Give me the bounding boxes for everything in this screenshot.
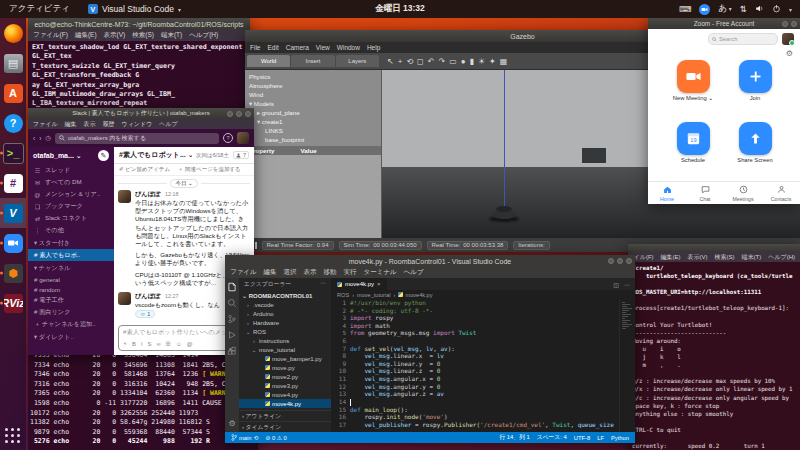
avatar[interactable] xyxy=(118,292,131,305)
grid-icon[interactable]: ▦ xyxy=(500,57,508,66)
gazebo-tree-item[interactable]: base_footprint xyxy=(249,135,377,144)
menu-item[interactable]: 表示(V) xyxy=(688,253,708,262)
back-icon[interactable]: ‹ xyxy=(33,135,35,142)
explorer-icon[interactable] xyxy=(227,282,237,292)
rviz-icon[interactable]: RViz xyxy=(0,288,26,318)
firefox-icon[interactable] xyxy=(0,18,26,48)
menu-item[interactable]: 編集 xyxy=(65,120,77,129)
avatar[interactable] xyxy=(118,190,131,203)
extensions-icon[interactable] xyxy=(227,346,237,356)
gazebo-tree-item[interactable]: ▾ Models xyxy=(249,99,377,108)
gazebo-tree-item[interactable]: Physics xyxy=(249,72,377,81)
zoom-search-input[interactable]: Search xyxy=(708,33,778,45)
file-tree-item[interactable]: ⌄move_tutorial xyxy=(239,345,331,354)
composer-format-icon[interactable]: I xyxy=(141,341,143,347)
channel-item[interactable]: # 面白リンク xyxy=(28,306,114,318)
share-screen-button[interactable] xyxy=(739,122,772,155)
menu-item[interactable]: 編集(E) xyxy=(75,31,97,40)
menu-item[interactable]: ヘルプ xyxy=(404,268,424,277)
file-tree-item[interactable]: ›Hardware xyxy=(239,318,331,327)
sidebar-item[interactable]: ☰スレッド xyxy=(28,164,114,176)
clock[interactable]: 金曜日 13:32 xyxy=(375,3,425,15)
help-icon[interactable]: ? xyxy=(0,108,26,138)
channel-item[interactable]: # 電子工作 xyxy=(28,294,114,306)
file-tree-item[interactable]: move4.py xyxy=(239,390,331,399)
file-tree-item[interactable]: ›Arduino xyxy=(239,309,331,318)
network-icon[interactable]: ⇅ xyxy=(740,4,747,14)
zoom-window[interactable]: Zoom - Free Account Search ⚙ New Meeting… xyxy=(648,18,800,204)
rotate-icon[interactable]: ⟲ xyxy=(406,57,413,66)
menu-item[interactable]: ファイル(F) xyxy=(33,31,68,40)
composer-format-icon[interactable]: B xyxy=(132,341,136,347)
status-item[interactable]: LF xyxy=(597,435,604,441)
menu-item[interactable]: 端末(T) xyxy=(742,253,762,262)
menu-item[interactable]: 表示 xyxy=(304,268,317,277)
menu-item[interactable]: ヘルプ xyxy=(159,120,177,129)
show-applications-button[interactable] xyxy=(3,426,23,446)
zoom-icon[interactable] xyxy=(0,228,26,258)
sidebar-section[interactable]: › タイムライン xyxy=(239,421,331,432)
vscode-icon[interactable]: V xyxy=(0,198,26,228)
sphere-icon[interactable]: ● xyxy=(461,57,466,66)
composer-format-icon[interactable]: ☰ xyxy=(166,341,171,347)
slack-icon[interactable]: # xyxy=(0,168,26,198)
input-method-indicator[interactable]: あ ▾ xyxy=(718,3,731,15)
slack-window[interactable]: Slack | 素人でもロボット作りたい | otafab_makers ファイ… xyxy=(28,108,254,355)
system-menu-caret[interactable]: ▾ xyxy=(789,6,792,13)
join-button[interactable] xyxy=(739,60,772,93)
composer-format-icon[interactable]: ☺ xyxy=(176,341,182,347)
ubuntu-software-icon[interactable]: A xyxy=(0,78,26,108)
sun-light-icon[interactable]: ☀ xyxy=(478,57,485,66)
menu-item[interactable]: 編集 xyxy=(264,268,277,277)
focused-app-menu[interactable]: V Visual Studio Code▾ xyxy=(79,0,190,18)
settings-gear-icon[interactable]: ⚙ xyxy=(648,49,800,58)
gazebo-tab-insert[interactable]: Insert xyxy=(291,55,334,67)
file-tree-item[interactable]: move.py xyxy=(239,363,331,372)
breadcrumb-item[interactable]: ROS xyxy=(337,292,349,298)
gazebo-tree-item[interactable]: LINKS xyxy=(249,126,377,135)
scale-icon[interactable]: ◻ xyxy=(417,57,424,66)
zoom-tray-icon[interactable] xyxy=(699,4,710,15)
search-icon[interactable] xyxy=(227,298,237,308)
menu-item[interactable]: 表示(V) xyxy=(104,31,126,40)
gazebo-tree-item[interactable]: ▸ ground_plane xyxy=(249,108,377,117)
select-arrow-icon[interactable]: ↖ xyxy=(387,57,394,66)
menu-item[interactable]: File xyxy=(250,44,260,51)
breadcrumb-item[interactable]: move4k.py xyxy=(398,292,432,298)
menu-item[interactable]: ターミナル xyxy=(364,268,397,277)
menu-item[interactable]: 検索(S) xyxy=(132,31,154,40)
composer-format-icon[interactable]: ∞ xyxy=(156,341,160,347)
vscode-window[interactable]: move4k.py - RoombaControl01 - Visual Stu… xyxy=(225,255,635,443)
zoom-nav-chat[interactable]: Chat xyxy=(686,185,724,202)
redo-icon[interactable]: ↷ xyxy=(438,57,445,66)
user-avatar[interactable] xyxy=(237,132,249,144)
menu-item[interactable]: ウィンドウ xyxy=(122,120,153,129)
menu-item[interactable]: ファイル xyxy=(33,120,58,129)
sidebar-item[interactable]: ⋮その他 xyxy=(28,224,114,236)
menu-item[interactable]: 実行 xyxy=(344,268,357,277)
terminal-titlebar[interactable]: echo@echo-ThinkCentre-M73: ~/git/RoombaC… xyxy=(28,18,250,30)
close-tab-icon[interactable]: × xyxy=(377,281,381,287)
gazebo-tree-item[interactable]: Atmosphere xyxy=(249,81,377,90)
keyboard-indicator-icon[interactable]: ⌨ xyxy=(679,4,691,14)
add-page[interactable]: ＋ 関連ページを追加する xyxy=(178,166,241,173)
menu-item[interactable]: 移動 xyxy=(324,268,337,277)
run-debug-icon[interactable] xyxy=(227,330,237,340)
breadcrumb-item[interactable]: move_tutorial xyxy=(357,292,391,298)
editor-more-icon[interactable]: ⋯ xyxy=(624,281,630,288)
menu-item[interactable]: ヘルプ(H) xyxy=(189,31,218,40)
terminal-icon[interactable]: >_ xyxy=(0,138,26,168)
project-root-folder[interactable]: ⌄ ROOMBACONTROL01 xyxy=(239,291,331,300)
menu-item[interactable]: Camera xyxy=(286,44,309,51)
help-icon[interactable]: ? xyxy=(223,133,233,143)
date-divider[interactable]: 今日 ⌄ xyxy=(118,179,250,188)
forward-icon[interactable]: › xyxy=(39,135,41,142)
terminal-window-process-list[interactable]: 7335 echo 20 0 336404 14065 1414 7334 ec… xyxy=(28,348,258,450)
message-author[interactable]: びんぼぼ xyxy=(135,190,160,197)
settings-gear-icon[interactable]: ⚙ xyxy=(228,419,235,428)
menu-item[interactable]: Window xyxy=(337,44,360,51)
gazebo-tree-item[interactable]: ▾ create1 xyxy=(249,117,377,126)
file-tree-item[interactable]: ⌄ROS xyxy=(239,327,331,336)
zoom-titlebar[interactable]: Zoom - Free Account xyxy=(648,18,800,29)
spot-light-icon[interactable]: ✦ xyxy=(489,57,496,66)
